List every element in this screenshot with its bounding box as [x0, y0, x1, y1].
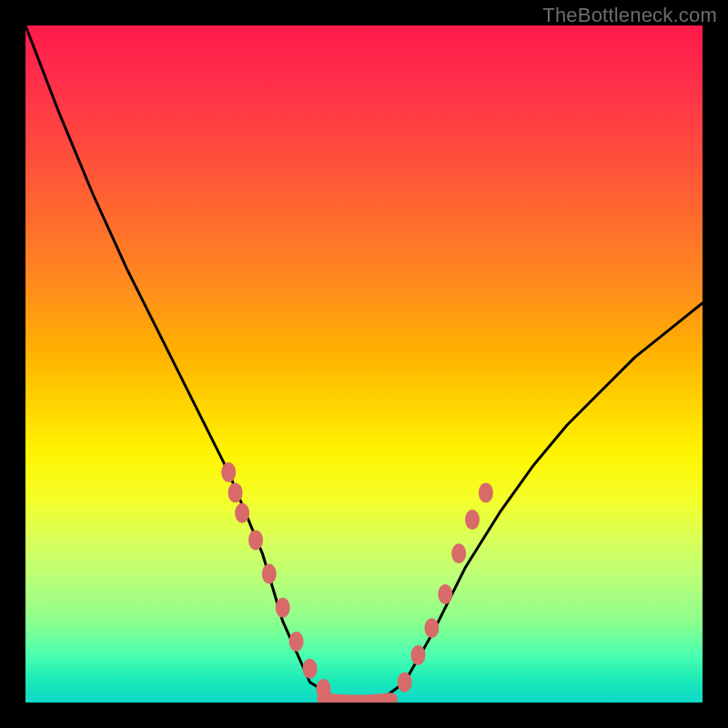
data-dot	[479, 482, 493, 502]
data-dot	[451, 543, 466, 563]
plot-area	[25, 25, 703, 703]
data-dot	[248, 530, 263, 550]
data-dot	[438, 584, 452, 604]
floor-band	[323, 699, 390, 701]
main-curve	[25, 25, 703, 703]
data-dot	[398, 672, 412, 693]
curve-group	[25, 25, 703, 703]
data-dot	[235, 503, 249, 523]
data-dot	[303, 659, 318, 679]
data-dot	[276, 598, 290, 618]
chart-svg	[25, 25, 703, 703]
data-dot	[262, 564, 277, 584]
data-dot	[289, 632, 304, 652]
watermark-text: TheBottleneck.com	[542, 4, 717, 27]
data-dot	[424, 618, 439, 638]
data-dot	[228, 482, 243, 502]
data-dot	[411, 645, 426, 665]
data-dot	[465, 510, 480, 530]
data-dot	[221, 462, 236, 482]
data-dot	[316, 679, 330, 699]
dots-group	[221, 462, 493, 702]
chart-frame: TheBottleneck.com	[0, 0, 728, 728]
